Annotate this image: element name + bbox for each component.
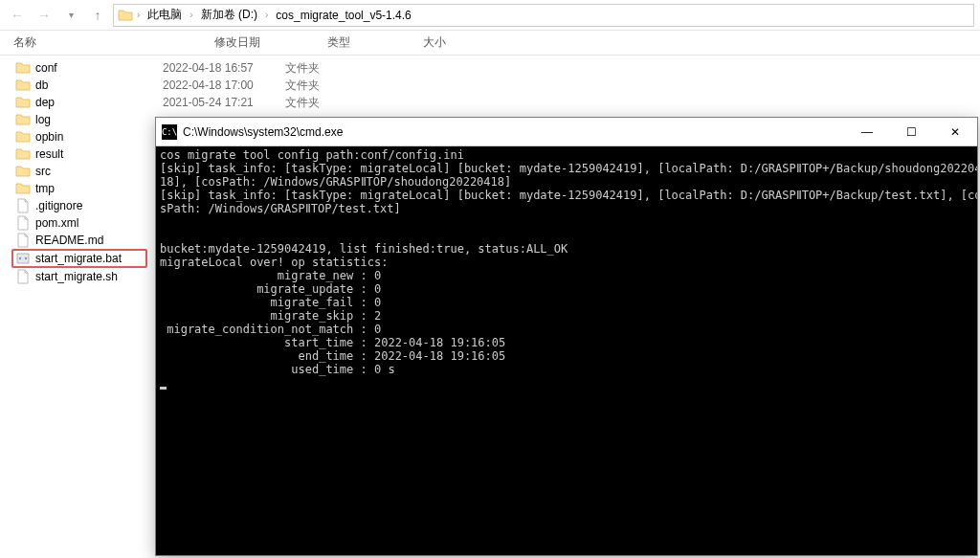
file-detail-row: 2022-04-18 17:00文件夹 (153, 77, 980, 94)
folder-icon (15, 129, 31, 145)
file-detail-row: 2022-04-18 16:57文件夹 (153, 59, 980, 77)
file-item[interactable]: .gitignore (13, 197, 147, 214)
file-icon (15, 198, 31, 213)
nav-recent-dropdown[interactable]: ▾ (59, 4, 82, 27)
maximize-button[interactable]: ☐ (889, 118, 933, 146)
cursor (160, 387, 167, 390)
file-name-label: dep (35, 96, 55, 109)
column-headers: 名称 修改日期 类型 大小 (0, 31, 980, 56)
minimize-button[interactable]: — (845, 118, 889, 146)
explorer-nav-bar: ← → ▾ ↑ › 此电脑 › 新加卷 (D:) › cos_migrate_t… (0, 0, 980, 31)
address-bar[interactable]: › 此电脑 › 新加卷 (D:) › cos_migrate_tool_v5-1… (113, 4, 974, 27)
folder-icon (15, 95, 31, 110)
file-icon (15, 269, 31, 284)
column-header-date[interactable]: 修改日期 (205, 34, 327, 51)
file-name-label: pom.xml (35, 216, 78, 230)
cmd-titlebar[interactable]: C:\ C:\Windows\system32\cmd.exe — ☐ ✕ (156, 118, 977, 146)
breadcrumb-part[interactable]: cos_migrate_tool_v5-1.4.6 (272, 5, 414, 26)
file-name-column: confdbdeplogopbinresultsrctmp.gitignorep… (0, 56, 153, 289)
file-name-label: log (35, 113, 51, 126)
nav-forward-button[interactable]: → (33, 4, 56, 27)
file-item[interactable]: pom.xml (13, 214, 147, 232)
file-item[interactable]: db (13, 77, 147, 94)
file-name-label: README.md (35, 234, 103, 247)
cmd-title: C:\Windows\system32\cmd.exe (183, 125, 845, 139)
nav-back-button[interactable]: ← (6, 4, 29, 27)
breadcrumb-label: 此电脑 (147, 7, 182, 23)
folder-icon (15, 164, 31, 179)
breadcrumb-label: cos_migrate_tool_v5-1.4.6 (276, 9, 411, 22)
file-name-label: conf (35, 61, 57, 75)
file-name-label: db (35, 78, 48, 92)
column-header-type[interactable]: 类型 (327, 34, 423, 51)
file-name-label: .gitignore (35, 199, 82, 212)
nav-up-button[interactable]: ↑ (86, 4, 109, 27)
window-controls: — ☐ ✕ (845, 118, 977, 146)
file-item[interactable]: README.md (13, 232, 147, 249)
file-date: 2022-04-18 17:00 (163, 78, 285, 92)
chevron-right-icon: › (135, 10, 142, 20)
file-item[interactable]: tmp (13, 180, 147, 197)
file-item[interactable]: result (13, 145, 147, 163)
file-icon (15, 215, 31, 231)
chevron-right-icon: › (263, 10, 270, 20)
file-item[interactable]: conf (13, 59, 147, 77)
folder-icon (15, 78, 31, 93)
file-name-label: result (35, 147, 63, 161)
file-name-label: src (35, 165, 51, 178)
file-icon (15, 233, 31, 248)
folder-icon (15, 60, 31, 76)
folder-icon (15, 112, 31, 127)
file-item[interactable]: dep (13, 94, 147, 111)
cmd-output: cos migrate tool config path:conf/config… (156, 146, 977, 555)
column-header-size[interactable]: 大小 (423, 34, 500, 51)
file-name-label: opbin (35, 130, 63, 144)
folder-icon (15, 181, 31, 196)
breadcrumb-part[interactable]: 新加卷 (D:) (197, 5, 261, 26)
cmd-icon: C:\ (162, 124, 177, 140)
file-type: 文件夹 (285, 95, 381, 111)
cmd-output-text: cos migrate tool config path:conf/config… (160, 148, 977, 376)
address-folder-icon (118, 8, 133, 23)
file-item[interactable]: opbin (13, 128, 147, 145)
breadcrumb-part[interactable]: 此电脑 (144, 5, 186, 26)
close-button[interactable]: ✕ (933, 118, 977, 146)
file-item[interactable]: start_migrate.bat (11, 249, 147, 268)
folder-icon (15, 146, 31, 162)
file-type: 文件夹 (285, 60, 381, 77)
file-name-label: start_migrate.bat (35, 252, 122, 265)
file-date: 2021-05-24 17:21 (163, 96, 285, 109)
bat-icon (15, 251, 31, 266)
file-date: 2022-04-18 16:57 (163, 61, 285, 75)
file-type: 文件夹 (285, 78, 381, 94)
file-detail-row: 2021-05-24 17:21文件夹 (153, 94, 980, 111)
file-item[interactable]: log (13, 111, 147, 128)
breadcrumb-label: 新加卷 (D:) (201, 7, 257, 23)
column-header-name[interactable]: 名称 (13, 34, 205, 51)
file-item[interactable]: start_migrate.sh (13, 268, 147, 285)
file-name-label: start_migrate.sh (35, 270, 118, 283)
chevron-right-icon: › (188, 10, 194, 20)
file-item[interactable]: src (13, 163, 147, 180)
cmd-window: C:\ C:\Windows\system32\cmd.exe — ☐ ✕ co… (155, 117, 978, 556)
file-name-label: tmp (35, 182, 55, 195)
